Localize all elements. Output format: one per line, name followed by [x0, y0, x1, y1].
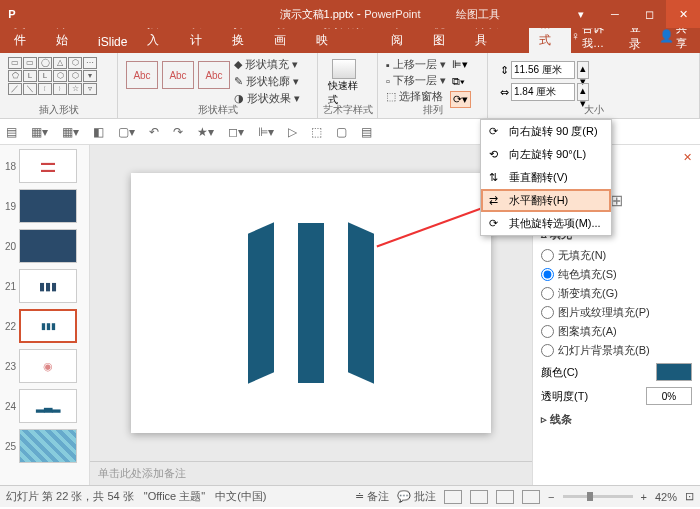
send-backward-button[interactable]: ▫ 下移一层 ▾ [386, 73, 446, 88]
restore-button[interactable]: ◻ [632, 0, 666, 28]
qat-preview-icon[interactable]: ▷ [288, 125, 297, 139]
app-icon: P [0, 8, 24, 20]
qat-save-icon[interactable]: ▤ [6, 125, 17, 139]
flip-vertical[interactable]: ⇅垂直翻转(V) [481, 166, 611, 189]
zoom-out-icon[interactable]: − [548, 491, 554, 503]
qat-shapes-icon[interactable]: ◻▾ [228, 125, 244, 139]
normal-view-icon[interactable] [444, 490, 462, 504]
zoom-level[interactable]: 42% [655, 491, 677, 503]
ribbon-options-icon[interactable]: ▾ [564, 0, 598, 28]
close-button[interactable]: ✕ [666, 0, 700, 28]
language-indicator[interactable]: 中文(中国) [215, 489, 266, 504]
ribbon-tabs: 文件 开始 iSlide 插入 设计 切换 动画 幻灯片放映 审阅 视图 开发工… [0, 28, 700, 53]
height-icon: ⇕ [500, 64, 509, 77]
qat-chart-icon[interactable]: ◧ [93, 125, 104, 139]
thumb-18[interactable]: ▬▬▬▬ [19, 149, 77, 183]
comments-toggle[interactable]: 💬 批注 [397, 489, 436, 504]
group-button[interactable]: ⧉▾ [450, 74, 471, 89]
thumb-19[interactable] [19, 189, 77, 223]
window-title: 演示文稿1.pptx - PowerPoint [280, 7, 421, 22]
more-rotation-options[interactable]: ⟳其他旋转选项(M)... [481, 212, 611, 235]
thumb-20[interactable] [19, 229, 77, 263]
shape-bar-3[interactable] [348, 222, 374, 384]
line-section[interactable]: ▹ 线条 [541, 412, 692, 427]
fit-icon[interactable]: ⊡ [685, 490, 694, 503]
notes-toggle[interactable]: ≐ 备注 [355, 489, 389, 504]
slide-indicator: 幻灯片 第 22 张，共 54 张 [6, 489, 134, 504]
shape-bar-1[interactable] [248, 222, 274, 384]
tab-islide[interactable]: iSlide [88, 31, 137, 53]
thumb-24[interactable]: ▂▃▂ [19, 389, 77, 423]
thumb-21[interactable]: ▮▮▮ [19, 269, 77, 303]
shapes-gallery[interactable]: ▭▭◯△⬡⋯ ⬠LL⬡⬡▾ ／＼﹛﹜☆▿ [6, 55, 111, 97]
group-label-arrange: 排列 [378, 103, 487, 117]
qat-more-icon[interactable]: ⬚ [311, 125, 322, 139]
transparency-label: 透明度(T) [541, 389, 588, 404]
qat-redo-icon[interactable]: ↷ [173, 125, 183, 139]
rotate-dropdown-menu: ⟳向右旋转 90 度(R) ⟲向左旋转 90°(L) ⇅垂直翻转(V) ⇄水平翻… [480, 119, 612, 236]
slide-thumbnails[interactable]: 18▬▬▬▬ 19 20 21▮▮▮ 22▮▮▮ 23◉ 24▂▃▂ 25 [0, 145, 90, 485]
group-label-wordart: 艺术字样式 [318, 103, 377, 117]
slideshow-view-icon[interactable] [522, 490, 540, 504]
zoom-in-icon[interactable]: + [641, 491, 647, 503]
rotate-left-90[interactable]: ⟲向左旋转 90°(L) [481, 143, 611, 166]
width-icon: ⇔ [500, 86, 509, 99]
solid-fill-radio[interactable]: 纯色填充(S) [541, 265, 692, 284]
sorter-view-icon[interactable] [470, 490, 488, 504]
qat-undo-icon[interactable]: ↶ [149, 125, 159, 139]
gradient-fill-radio[interactable]: 渐变填充(G) [541, 284, 692, 303]
slide-canvas[interactable] [131, 173, 491, 433]
contextual-tab-label: 绘图工具 [456, 7, 500, 22]
shape-style-gallery[interactable]: Abc Abc Abc [124, 55, 232, 108]
thumb-23[interactable]: ◉ [19, 349, 77, 383]
picture-fill-radio[interactable]: 图片或纹理填充(P) [541, 303, 692, 322]
shape-outline-button[interactable]: ✎ 形状轮廓 ▾ [234, 74, 300, 89]
transparency-input[interactable] [646, 387, 692, 405]
flip-horizontal[interactable]: ⇄水平翻转(H) [481, 189, 611, 212]
height-input[interactable] [511, 61, 575, 79]
qat-table-icon[interactable]: ▦▾ [62, 125, 79, 139]
notes-placeholder[interactable]: 单击此处添加备注 [90, 461, 532, 485]
thumb-25[interactable] [19, 429, 77, 463]
width-spinner[interactable]: ▴▾ [577, 83, 589, 101]
qat-extra2-icon[interactable]: ▤ [361, 125, 372, 139]
bring-forward-button[interactable]: ▪ 上移一层 ▾ [386, 57, 446, 72]
qat-extra1-icon[interactable]: ▢ [336, 125, 347, 139]
slidebg-fill-radio[interactable]: 幻灯片背景填充(B) [541, 341, 692, 360]
qat-paste-icon[interactable]: ▦▾ [31, 125, 48, 139]
height-spinner[interactable]: ▴▾ [577, 61, 589, 79]
pattern-fill-radio[interactable]: 图案填充(A) [541, 322, 692, 341]
minimize-button[interactable]: ─ [598, 0, 632, 28]
shape-bar-2[interactable] [298, 223, 324, 383]
qat-textbox-icon[interactable]: ▢▾ [118, 125, 135, 139]
selection-pane-button[interactable]: ⬚ 选择窗格 [386, 89, 446, 104]
group-label-shape-styles: 形状样式 [118, 103, 317, 117]
pane-close-icon[interactable]: ✕ [683, 151, 692, 166]
no-fill-radio[interactable]: 无填充(N) [541, 246, 692, 265]
qat-align-icon[interactable]: ⊫▾ [258, 125, 274, 139]
group-label-insert-shapes: 插入形状 [0, 103, 117, 117]
thumb-22[interactable]: ▮▮▮ [19, 309, 77, 343]
align-button[interactable]: ⊫▾ [450, 57, 471, 72]
qat-anim-icon[interactable]: ★▾ [197, 125, 214, 139]
color-picker[interactable] [656, 363, 692, 381]
rotate-right-90[interactable]: ⟳向右旋转 90 度(R) [481, 120, 611, 143]
width-input[interactable] [511, 83, 575, 101]
reading-view-icon[interactable] [496, 490, 514, 504]
zoom-slider[interactable] [563, 495, 633, 498]
shape-fill-button[interactable]: ◆ 形状填充 ▾ [234, 57, 300, 72]
color-label: 颜色(C) [541, 365, 578, 380]
theme-indicator: "Office 主题" [144, 489, 205, 504]
group-label-size: 大小 [488, 103, 699, 117]
